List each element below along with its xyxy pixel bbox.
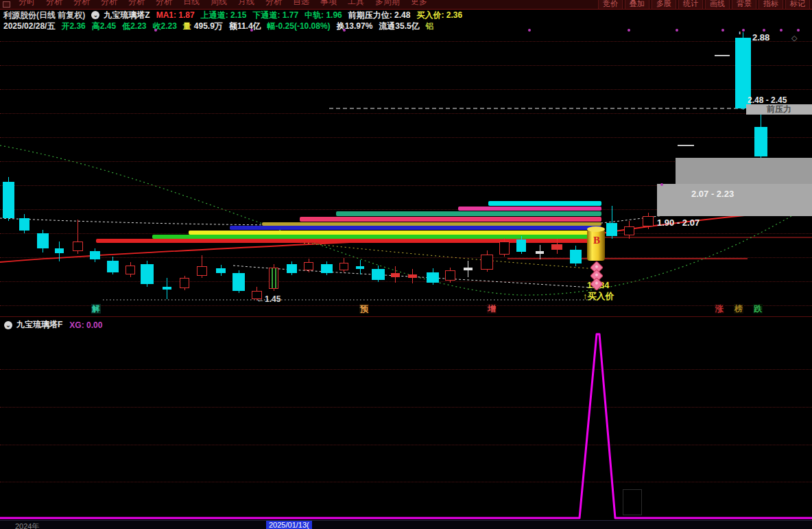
candle bbox=[180, 278, 189, 288]
menu-item[interactable]: 分析 bbox=[68, 0, 95, 8]
pressure-band: 前压力 bbox=[746, 104, 812, 115]
info-field: 铝 bbox=[426, 21, 434, 32]
candle bbox=[197, 266, 207, 276]
purple-dot bbox=[763, 29, 765, 32]
event-badge[interactable]: 跌 bbox=[753, 304, 763, 314]
menu-button[interactable]: 画线 bbox=[705, 0, 730, 10]
candle bbox=[269, 268, 278, 289]
candle bbox=[37, 233, 49, 248]
candle bbox=[126, 266, 135, 274]
x-axis-bar[interactable]: 2024年 2025/01/13( bbox=[0, 520, 812, 529]
purple-dot bbox=[154, 29, 157, 32]
info-field: 低2.23 bbox=[122, 21, 146, 32]
menu-button[interactable]: 统计 bbox=[678, 0, 703, 10]
menu-button[interactable]: 背景 bbox=[732, 0, 756, 10]
info-field: 下通道: 1.77 bbox=[252, 10, 298, 21]
candle bbox=[551, 244, 562, 250]
candle bbox=[339, 263, 348, 270]
price-label: 2.07 - 2.23 bbox=[691, 189, 734, 199]
app-window: 分时分析分析分析分析分析日线周线月线分析自选事项工具多周期更多竞价叠加多股统计画… bbox=[0, 0, 812, 529]
candle bbox=[516, 239, 526, 252]
menu-item[interactable]: 分时 bbox=[13, 0, 40, 8]
menu-item[interactable]: 自选 bbox=[287, 0, 315, 8]
menu-item[interactable]: 周线 bbox=[205, 0, 232, 8]
info-field: 495.9万 bbox=[194, 21, 223, 32]
menu-button[interactable]: 叠加 bbox=[625, 0, 649, 10]
menu-item[interactable]: 分析 bbox=[95, 0, 123, 8]
candle bbox=[643, 216, 654, 226]
app-icon[interactable] bbox=[3, 1, 10, 8]
event-badge[interactable]: 预 bbox=[359, 304, 369, 314]
event-badge[interactable]: 解 bbox=[91, 304, 101, 314]
menu-item[interactable]: 日线 bbox=[178, 0, 205, 8]
menu-item[interactable]: 分析 bbox=[150, 0, 178, 8]
candle bbox=[445, 270, 455, 281]
purple-dot bbox=[628, 29, 630, 32]
candle bbox=[141, 264, 154, 284]
candle bbox=[107, 261, 119, 272]
info-field: 上通道: 2.15 bbox=[201, 10, 247, 21]
menu-item[interactable]: 分析 bbox=[123, 0, 150, 8]
candle bbox=[232, 273, 245, 291]
indicator-sub-chart[interactable]: ⌄ 九宝琉璃塔F XG: 0.00 bbox=[0, 316, 812, 520]
candle bbox=[754, 127, 767, 156]
info-field: 买入价: 2.36 bbox=[416, 10, 462, 21]
menu-item[interactable]: 分析 bbox=[260, 0, 287, 8]
info-field: 额11.4亿 bbox=[229, 21, 261, 32]
price-label: 2.48 - 2.45 bbox=[748, 95, 787, 105]
indicator-info-bar: 利源股份(日线 前复权)⌄九宝琉璃塔ZMA1: 1.87上通道: 2.15下通道… bbox=[3, 10, 468, 21]
circle-chevron-icon[interactable]: ⌄ bbox=[91, 11, 99, 19]
candle bbox=[570, 250, 582, 263]
menu-button[interactable]: 竞价 bbox=[598, 0, 623, 10]
candle bbox=[499, 242, 510, 255]
candle bbox=[606, 223, 617, 236]
level-bar bbox=[488, 201, 601, 206]
candle bbox=[464, 268, 473, 270]
menu-item[interactable]: 事项 bbox=[315, 0, 342, 8]
menu-item[interactable]: 多周期 bbox=[370, 0, 405, 8]
purple-dot bbox=[780, 29, 783, 32]
candle bbox=[372, 269, 385, 280]
purple-dot bbox=[742, 29, 745, 32]
selected-date-label: 2025/01/13( bbox=[266, 521, 312, 529]
axis-year-label: 2024年 bbox=[15, 521, 39, 529]
candle bbox=[481, 255, 493, 270]
gray-dash bbox=[678, 145, 694, 146]
candle bbox=[19, 218, 29, 231]
price-label: 2.88 bbox=[752, 32, 769, 43]
purple-dot bbox=[250, 29, 253, 32]
candle bbox=[163, 287, 171, 290]
info-field: MA1: 1.87 bbox=[156, 10, 195, 20]
top-menu-bar: 分时分析分析分析分析分析日线周线月线分析自选事项工具多周期更多竞价叠加多股统计画… bbox=[0, 0, 812, 10]
event-badge[interactable]: 涨 bbox=[715, 304, 724, 314]
candle bbox=[321, 264, 333, 273]
info-field: 换13.97% bbox=[337, 21, 373, 32]
menu-button[interactable]: 标记 bbox=[785, 0, 810, 10]
menu-button[interactable]: 多股 bbox=[652, 0, 676, 10]
candle bbox=[427, 272, 439, 283]
menu-button[interactable]: 指标 bbox=[759, 0, 783, 10]
xg-signal-spike bbox=[0, 334, 812, 518]
menu-item[interactable]: 工具 bbox=[342, 0, 370, 8]
price-label: ←1.45 bbox=[256, 294, 280, 304]
main-chart[interactable]: 前压力f2.882.48 - 2.452.07 - 2.231.90 - 2.0… bbox=[0, 32, 812, 314]
info-field: 中轨: 1.96 bbox=[304, 10, 342, 21]
buy-signal-column-cap bbox=[587, 226, 605, 232]
purple-dot bbox=[797, 29, 800, 32]
candle bbox=[216, 268, 226, 273]
level-bar bbox=[300, 217, 601, 222]
price-label: f bbox=[739, 32, 741, 36]
level-bar bbox=[336, 211, 601, 216]
info-field: 九宝琉璃塔Z bbox=[104, 10, 150, 21]
gray-dash bbox=[715, 55, 730, 56]
info-field: 幅-0.25(-10.08%) bbox=[267, 21, 331, 32]
menu-item[interactable]: 更多 bbox=[405, 0, 433, 8]
menu-item[interactable]: 分析 bbox=[40, 0, 68, 8]
purple-dot bbox=[528, 29, 531, 32]
info-field: 利源股份(日线 前复权) bbox=[3, 10, 85, 21]
price-label: 1.90 - 2.07 bbox=[657, 218, 700, 228]
event-badge[interactable]: 榜 bbox=[734, 304, 743, 314]
event-badge[interactable]: 增 bbox=[487, 304, 497, 314]
menu-item[interactable]: 月线 bbox=[232, 0, 260, 8]
info-field: 流通35.5亿 bbox=[379, 21, 419, 32]
